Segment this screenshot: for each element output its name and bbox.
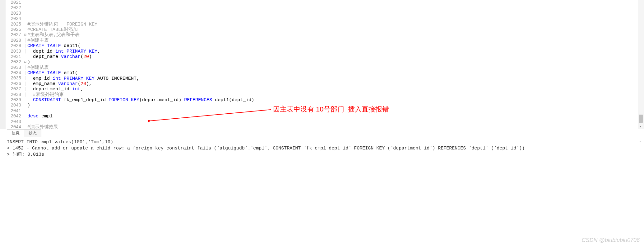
code-area[interactable]: #演示外键约束 FOREIGN KEY#CREATE TABLE时添加#主表和从… [27, 0, 644, 129]
code-line[interactable]: desc emp1 [27, 114, 644, 119]
code-line[interactable]: emp_name varchar(20), [27, 81, 644, 87]
editor-left-margin [0, 0, 6, 129]
line-number: 2033 [6, 65, 21, 70]
editor-scrollbar[interactable]: ▾ [638, 0, 644, 129]
scroll-down-icon[interactable]: ▾ [639, 125, 641, 129]
tab-status[interactable]: 状态 [24, 129, 41, 137]
code-editor[interactable]: 2021202220232024202520262027202820292030… [0, 0, 644, 129]
fold-marker [23, 11, 27, 16]
code-line[interactable] [27, 119, 644, 125]
line-number: 2023 [6, 11, 21, 16]
line-number: 2039 [6, 97, 21, 103]
code-line[interactable]: #主表和从表,父表和子表 [27, 32, 644, 38]
line-number: 2040 [6, 103, 21, 108]
line-number: 2021 [6, 0, 21, 5]
fold-marker [23, 103, 27, 108]
fold-marker[interactable]: ⊟ [23, 32, 27, 38]
fold-marker [23, 97, 27, 103]
fold-marker: │ [23, 65, 27, 70]
fold-marker [23, 22, 27, 27]
line-number-gutter: 2021202220232024202520262027202820292030… [6, 0, 23, 129]
code-line[interactable]: #演示外键效果 [27, 125, 644, 129]
fold-marker [23, 0, 27, 5]
code-line[interactable] [27, 11, 644, 16]
fold-marker [23, 108, 27, 114]
line-number: 2042 [6, 114, 21, 119]
line-number: 2028 [6, 38, 21, 43]
code-line[interactable]: department_id int, [27, 87, 644, 92]
line-number: 2035 [6, 76, 21, 81]
code-line[interactable]: emp_id int PRIMARY KEY AUTO_INCREMENT, [27, 76, 644, 81]
line-number: 2030 [6, 49, 21, 54]
tab-info[interactable]: 信息 [7, 129, 24, 137]
output-panel: 信息 状态 INSERT INTO emp1 values(1001,'Tom'… [0, 129, 644, 246]
code-line[interactable]: CONSTRAINT fk_emp1_dept_id FOREIGN KEY(d… [27, 97, 644, 103]
line-number: 2024 [6, 16, 21, 21]
line-number: 2034 [6, 70, 21, 76]
code-line[interactable]: #演示外键约束 FOREIGN KEY [27, 22, 644, 27]
code-line[interactable]: dept_name varchar(20) [27, 54, 644, 59]
fold-marker[interactable]: ⊟ [23, 59, 27, 65]
line-number: 2043 [6, 119, 21, 125]
line-number: 2038 [6, 92, 21, 97]
fold-marker: │ [23, 70, 27, 76]
line-number: 2032 [6, 59, 21, 65]
fold-marker: │ [23, 87, 27, 92]
fold-marker [23, 27, 27, 32]
code-line[interactable]: ) [27, 103, 644, 108]
fold-marker [23, 16, 27, 21]
message-line: > 时间: 0.013s [7, 152, 44, 157]
fold-marker: │ [23, 76, 27, 81]
message-line: INSERT INTO emp1 values(1001,'Tom',10) [7, 140, 113, 145]
line-number: 2041 [6, 108, 21, 114]
fold-marker: │ [23, 43, 27, 49]
code-line[interactable]: CREATE TABLE emp1( [27, 70, 644, 76]
fold-marker: │ [23, 92, 27, 97]
code-line[interactable] [27, 16, 644, 21]
code-line[interactable]: ) [27, 59, 644, 65]
code-line[interactable]: #创建主表 [27, 38, 644, 43]
fold-marker: │ [23, 38, 27, 43]
fold-marker [23, 119, 27, 125]
code-line[interactable]: #创建从表 [27, 65, 644, 70]
scrollbar-thumb[interactable] [639, 115, 643, 123]
line-number: 2025 [6, 22, 21, 27]
line-number: 2027 [6, 32, 21, 38]
line-number: 2036 [6, 81, 21, 87]
code-line[interactable]: #表级外键约束 [27, 92, 644, 97]
line-number: 2022 [6, 5, 21, 11]
line-number: 2029 [6, 43, 21, 49]
code-line[interactable]: dept_id int PRIMARY KEY, [27, 49, 644, 54]
code-line[interactable]: #CREATE TABLE时添加 [27, 27, 644, 32]
message-line: > 1452 - Cannot add or update a child ro… [7, 146, 525, 151]
fold-column[interactable]: ⊟│││⊟││││││ [23, 0, 27, 129]
fold-marker [23, 54, 27, 59]
fold-marker [23, 114, 27, 119]
watermark: CSDN @biubiubiu0706 [582, 237, 640, 244]
line-number: 2037 [6, 87, 21, 92]
line-number: 2026 [6, 27, 21, 32]
fold-marker: │ [23, 81, 27, 87]
code-line[interactable]: CREATE TABLE dept1( [27, 43, 644, 49]
messages-area[interactable]: INSERT INTO emp1 values(1001,'Tom',10) >… [0, 137, 644, 246]
messages-scroll-up-icon[interactable]: ︿ [638, 139, 643, 144]
fold-marker [23, 5, 27, 11]
fold-marker: │ [23, 49, 27, 54]
output-tabs: 信息 状态 [0, 129, 644, 137]
code-line[interactable] [27, 108, 644, 114]
line-number: 2031 [6, 54, 21, 59]
